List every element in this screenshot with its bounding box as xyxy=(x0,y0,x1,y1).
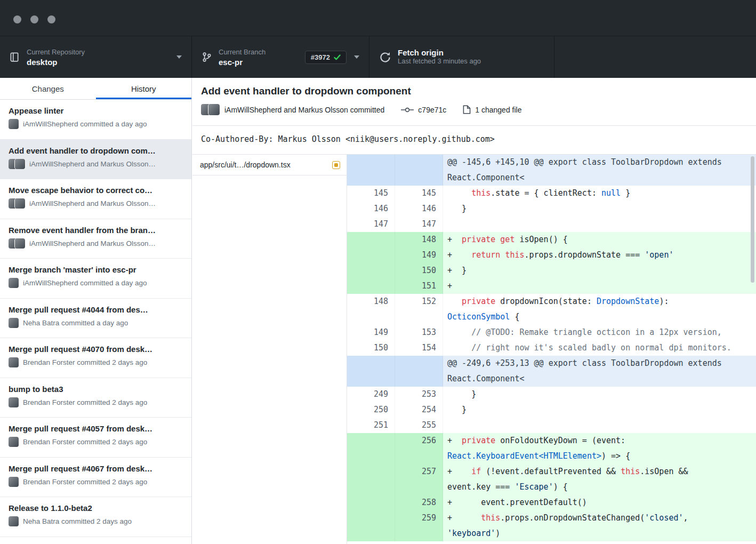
commit-list-item[interactable]: Remove event handler from the bran…iAmWi… xyxy=(0,219,191,259)
diff-scrollbar[interactable] xyxy=(751,156,754,283)
commit-meta: iAmWillShepherd and Markus Olsson commit… xyxy=(201,104,747,115)
diff-code: + xyxy=(443,278,756,294)
diff-line: @@ -145,6 +145,10 @@ export class Toolba… xyxy=(347,155,756,186)
new-line-number: 153 xyxy=(395,325,443,340)
commit-list-item[interactable]: Release to 1.1.0-beta2Neha Batra committ… xyxy=(0,497,191,537)
new-line-number: 148 xyxy=(395,232,443,247)
old-line-number: 150 xyxy=(347,340,395,356)
branch-label: Current Branch xyxy=(219,48,266,56)
commit-item-title: Merge pull request #4070 from desk… xyxy=(9,345,183,354)
avatar xyxy=(15,198,25,209)
avatar-stack xyxy=(9,198,25,209)
new-line-number: 255 xyxy=(395,418,443,433)
old-line-number xyxy=(347,247,395,263)
changed-files-count: 1 changed file xyxy=(475,106,521,114)
diff-code: + event.preventDefault() xyxy=(443,495,756,510)
avatar-stack xyxy=(9,159,25,169)
pr-number: #3972 xyxy=(311,53,330,61)
commit-list-item[interactable]: Add event handler to dropdown com…iAmWil… xyxy=(0,140,191,180)
commit-item-byline: Brendan Forster committed 2 days ago xyxy=(23,358,147,366)
diff-code: } xyxy=(443,387,756,402)
diff-code: } xyxy=(443,402,756,418)
diff-code: @@ -145,6 +145,10 @@ export class Toolba… xyxy=(443,155,756,186)
tab-history[interactable]: History xyxy=(96,78,192,99)
zoom-button[interactable] xyxy=(47,15,55,23)
fetch-origin-button[interactable]: Fetch origin Last fetched 3 minutes ago xyxy=(369,36,554,78)
commit-history-list: Appease linteriAmWillShepherd committed … xyxy=(0,100,191,544)
diff-line: 150+ } xyxy=(347,263,756,278)
old-line-number xyxy=(347,495,395,510)
new-line-number xyxy=(395,356,443,387)
commit-list-item[interactable]: Merge pull request #4059 from des… xyxy=(0,537,191,544)
commit-item-byline: iAmWillShepherd and Markus Olsson… xyxy=(29,199,156,207)
commit-list-item[interactable]: Merge pull request #4057 from desk…Brend… xyxy=(0,418,191,458)
commit-title: Add event handler to dropdown component xyxy=(201,85,747,97)
diff-content-row: app/src/ui/t…/dropdown.tsx @@ -145,6 +14… xyxy=(192,155,756,544)
avatar xyxy=(9,437,19,447)
avatar xyxy=(9,516,19,526)
commit-item-meta: Neha Batra committed 2 days ago xyxy=(9,516,183,526)
diff-code: } xyxy=(443,201,756,217)
file-item[interactable]: app/src/ui/t…/dropdown.tsx xyxy=(192,155,347,175)
avatar xyxy=(9,397,19,407)
sidebar-tabs: Changes History xyxy=(0,78,191,100)
old-line-number xyxy=(347,510,395,541)
sidebar: Changes History Appease linteriAmWillShe… xyxy=(0,78,192,544)
diff-code: + return this.props.dropdownState === 'o… xyxy=(443,247,756,263)
avatar-stack xyxy=(9,238,25,249)
diff-code: @@ -249,6 +253,13 @@ export class Toolba… xyxy=(443,356,756,387)
diff-line: 150154 // right now it's scaled badly on… xyxy=(347,340,756,356)
old-line-number xyxy=(347,464,395,495)
new-line-number: 146 xyxy=(395,201,443,217)
tab-changes[interactable]: Changes xyxy=(0,78,96,99)
titlebar xyxy=(0,0,756,36)
repository-name: desktop xyxy=(27,58,85,67)
modified-file-icon xyxy=(332,161,340,169)
commit-item-meta: Brendan Forster committed 2 days ago xyxy=(9,477,183,487)
branch-icon xyxy=(202,51,212,63)
commit-item-title: Move escape behavior to correct co… xyxy=(9,186,183,195)
old-line-number xyxy=(347,155,395,186)
commit-header: Add event handler to dropdown component … xyxy=(192,78,756,126)
commit-list-item[interactable]: Merge pull request #4070 from desk…Brend… xyxy=(0,338,191,378)
avatar-stack xyxy=(9,119,19,129)
pr-status-badge[interactable]: #3972 xyxy=(305,51,347,64)
avatar xyxy=(9,119,19,129)
diff-line: 149+ return this.props.dropdownState ===… xyxy=(347,247,756,263)
new-line-number: 145 xyxy=(395,186,443,201)
old-line-number: 148 xyxy=(347,294,395,325)
avatar-stack xyxy=(201,104,220,115)
close-button[interactable] xyxy=(13,15,21,23)
commit-list-item[interactable]: Merge pull request #4067 from desk…Brend… xyxy=(0,458,191,498)
diff-line: 145145 this.state = { clientRect: null } xyxy=(347,186,756,201)
new-line-number: 259 xyxy=(395,510,443,541)
new-line-number: 151 xyxy=(395,278,443,294)
new-line-number: 152 xyxy=(395,294,443,325)
commit-list-item[interactable]: Move escape behavior to correct co…iAmWi… xyxy=(0,179,191,219)
avatar-stack xyxy=(9,397,19,407)
repository-picker[interactable]: Current Repository desktop xyxy=(0,36,192,78)
commit-list-item[interactable]: Appease linteriAmWillShepherd committed … xyxy=(0,100,191,140)
old-line-number: 250 xyxy=(347,402,395,418)
avatar-stack xyxy=(9,437,19,447)
diff-code: private dropdownIcon(state: DropdownStat… xyxy=(443,294,756,325)
minimize-button[interactable] xyxy=(30,15,38,23)
diff-line: 256+ private onFoldoutKeyDown = (event: … xyxy=(347,433,756,464)
commit-item-byline: Brendan Forster committed 2 days ago xyxy=(23,398,147,406)
fetch-label: Fetch origin xyxy=(398,48,481,57)
commit-item-meta: Brendan Forster committed 2 days ago xyxy=(9,397,183,407)
sync-icon xyxy=(379,51,391,63)
diff-line: 257+ if (!event.defaultPrevented && this… xyxy=(347,464,756,495)
diff-line: 151+ xyxy=(347,278,756,294)
commit-list-item[interactable]: Merge pull request #4044 from des…Neha B… xyxy=(0,299,191,339)
commit-list-item[interactable]: Merge branch 'master' into esc-priAmWill… xyxy=(0,259,191,299)
diff-line: 251255 xyxy=(347,418,756,433)
new-line-number: 257 xyxy=(395,464,443,495)
commit-item-byline: Brendan Forster committed 2 days ago xyxy=(23,438,147,446)
old-line-number xyxy=(347,433,395,464)
commit-item-meta: Neha Batra committed a day ago xyxy=(9,318,183,328)
commit-list-item[interactable]: bump to beta3Brendan Forster committed 2… xyxy=(0,378,191,418)
commit-item-title: bump to beta3 xyxy=(9,385,183,394)
branch-picker[interactable]: Current Branch esc-pr #3972 xyxy=(192,36,369,78)
check-icon xyxy=(334,54,341,60)
